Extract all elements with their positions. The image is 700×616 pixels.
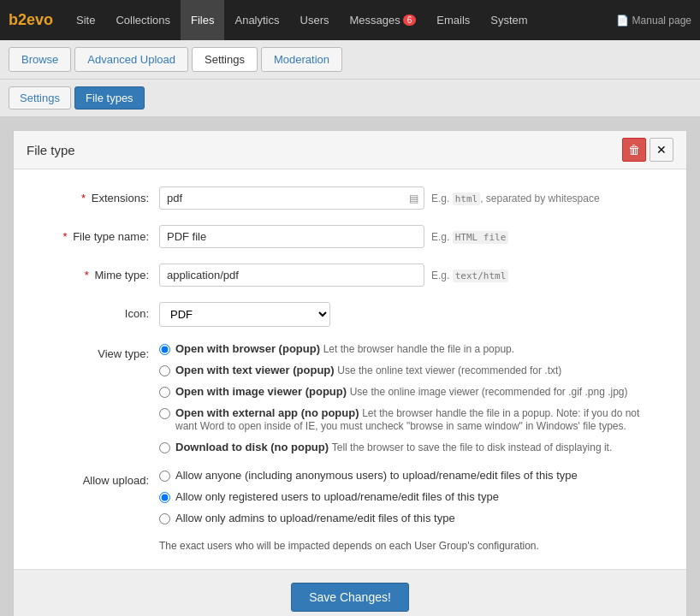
view-type-label-1: Open with browser (popup) Let the browse…: [175, 342, 514, 355]
upload-option-3: Allow only admins to upload/rename/edit …: [159, 512, 661, 524]
upload-note: The exact users who will be impacted dep…: [159, 540, 661, 552]
allow-upload-radio-group: Allow anyone (including anonymous users)…: [159, 469, 661, 524]
view-type-radio-2[interactable]: [159, 365, 170, 376]
filetype-name-control: E.g. HTML file: [159, 225, 661, 248]
tab-advanced-upload[interactable]: Advanced Upload: [74, 47, 188, 72]
view-type-radio-group: Open with browser (popup) Let the browse…: [159, 342, 661, 453]
icon-row: Icon: PDF: [39, 302, 661, 327]
view-type-label: View type:: [39, 342, 159, 360]
card-title: File type: [27, 143, 75, 157]
icon-control: PDF: [159, 302, 661, 327]
filetype-name-hint: E.g. HTML file: [431, 231, 508, 243]
manual-page-link[interactable]: 📄 Manual page: [616, 15, 691, 27]
view-type-option-1: Open with browser (popup) Let the browse…: [159, 342, 661, 355]
nav-site[interactable]: Site: [66, 0, 105, 40]
save-area: Save Changes!: [14, 569, 686, 616]
nav-messages[interactable]: Messages 6: [339, 0, 426, 40]
mime-type-row: * Mime type: E.g. text/html: [39, 264, 661, 287]
nav-analytics[interactable]: Analytics: [224, 0, 289, 40]
tab-browse[interactable]: Browse: [9, 47, 71, 72]
view-type-option-2: Open with text viewer (popup) Use the on…: [159, 364, 661, 376]
extensions-icon: ▤: [409, 192, 418, 204]
messages-badge: 6: [403, 15, 417, 26]
extensions-control: ▤ E.g. html, separated by whitespace: [159, 187, 661, 210]
nav-files[interactable]: Files: [181, 0, 224, 40]
view-type-option-4: Open with external app (no popup) Let th…: [159, 406, 661, 432]
top-nav: b2evo Site Collections Files Analytics U…: [0, 0, 700, 40]
view-type-row: View type: Open with browser (popup) Let…: [39, 342, 661, 453]
nav-emails[interactable]: Emails: [426, 0, 480, 40]
view-type-radio-3[interactable]: [159, 387, 170, 398]
file-type-card: File type 🗑 ✕ * Extensions: ▤: [13, 130, 687, 616]
ptab-file-types[interactable]: File types: [74, 86, 145, 110]
extensions-hint: E.g. html, separated by whitespace: [431, 192, 600, 204]
mime-type-input[interactable]: [159, 264, 424, 287]
view-type-label-5: Download to disk (no popup) Tell the bro…: [175, 441, 612, 453]
card-header: File type 🗑 ✕: [14, 131, 686, 169]
tab-moderation[interactable]: Moderation: [261, 47, 342, 72]
page-tabs: Settings File types: [0, 80, 700, 117]
upload-radio-1[interactable]: [159, 471, 170, 482]
nav-users[interactable]: Users: [290, 0, 340, 40]
ptab-settings[interactable]: Settings: [9, 86, 71, 110]
view-type-option-5: Download to disk (no popup) Tell the bro…: [159, 441, 661, 453]
header-buttons: 🗑 ✕: [622, 138, 673, 162]
card-body: * Extensions: ▤ E.g. html, separated by …: [14, 169, 686, 569]
upload-radio-2[interactable]: [159, 492, 170, 503]
required-star: *: [85, 269, 89, 281]
view-type-radio-1[interactable]: [159, 344, 170, 355]
view-type-label-3: Open with image viewer (popup) Use the o…: [175, 385, 628, 398]
nav-collections[interactable]: Collections: [105, 0, 181, 40]
extensions-input[interactable]: [159, 187, 424, 210]
extensions-label: * Extensions:: [39, 187, 159, 204]
close-button[interactable]: ✕: [650, 138, 673, 162]
view-type-label-4: Open with external app (no popup) Let th…: [175, 406, 661, 432]
upload-option-2: Allow only registered users to upload/re…: [159, 490, 661, 503]
upload-label-3: Allow only admins to upload/rename/edit …: [175, 512, 455, 524]
mime-type-control: E.g. text/html: [159, 264, 661, 287]
save-button[interactable]: Save Changes!: [291, 583, 409, 612]
extensions-row: * Extensions: ▤ E.g. html, separated by …: [39, 187, 661, 210]
delete-button[interactable]: 🗑: [622, 138, 646, 162]
allow-upload-row: Allow upload: Allow anyone (including an…: [39, 469, 661, 524]
manual-icon: 📄: [616, 15, 629, 27]
mime-type-hint: E.g. text/html: [431, 270, 508, 281]
sub-nav: Browse Advanced Upload Settings Moderati…: [0, 40, 700, 80]
filetype-name-row: * File type name: E.g. HTML file: [39, 225, 661, 248]
view-type-radio-4[interactable]: [159, 408, 170, 419]
view-type-label-2: Open with text viewer (popup) Use the on…: [175, 364, 561, 376]
allow-upload-label: Allow upload:: [39, 469, 159, 487]
required-star: *: [62, 230, 67, 243]
manual-link-label: Manual page: [632, 15, 691, 27]
main-content: File type 🗑 ✕ * Extensions: ▤: [0, 117, 700, 616]
filetype-name-input[interactable]: [159, 225, 424, 248]
upload-radio-3[interactable]: [159, 513, 170, 524]
icon-select[interactable]: PDF: [159, 302, 330, 327]
nav-system[interactable]: System: [480, 0, 537, 40]
required-star: *: [81, 192, 86, 204]
mime-type-label: * Mime type:: [39, 264, 159, 281]
upload-label-2: Allow only registered users to upload/re…: [175, 490, 499, 503]
upload-option-1: Allow anyone (including anonymous users)…: [159, 469, 661, 482]
extensions-input-wrap: ▤: [159, 187, 424, 210]
upload-label-1: Allow anyone (including anonymous users)…: [175, 469, 578, 482]
filetype-name-label: * File type name:: [39, 225, 159, 243]
brand-logo[interactable]: b2evo: [9, 11, 53, 29]
icon-label: Icon:: [39, 302, 159, 320]
tab-settings[interactable]: Settings: [192, 47, 258, 72]
view-type-option-3: Open with image viewer (popup) Use the o…: [159, 385, 661, 398]
view-type-radio-5[interactable]: [159, 442, 170, 453]
